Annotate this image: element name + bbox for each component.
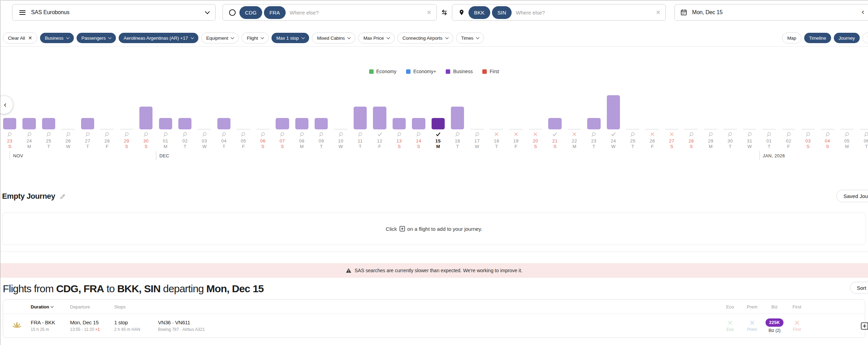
destination-airport-chip[interactable]: BKK	[468, 6, 490, 19]
view-chip-map[interactable]: Map	[782, 32, 801, 43]
chart-day-column[interactable]: 03S	[798, 95, 818, 149]
column-header-eco[interactable]: Eco	[719, 304, 741, 309]
swap-airports-button[interactable]	[437, 5, 452, 20]
chart-day-column[interactable]: 31W	[740, 95, 759, 149]
chart-day-column[interactable]: 26W	[58, 95, 78, 149]
chevron-left-icon[interactable]: ‹	[862, 8, 864, 16]
chart-day-column[interactable]: 10W	[331, 95, 350, 149]
chart-day-column[interactable]: 01T	[759, 95, 779, 149]
destination-input-box[interactable]: BKKSIN ✕	[452, 4, 666, 21]
chart-day-column[interactable]: 29S	[117, 95, 136, 149]
chart-day-column[interactable]: 23T	[584, 95, 603, 149]
program-select[interactable]: SAS Eurobonus	[12, 4, 216, 21]
cell-flights: VN36 · VN611 Boeing 787 · Airbus A321	[158, 319, 719, 332]
baseline-segment	[100, 95, 114, 129]
chart-day-column[interactable]: 28S	[681, 95, 701, 149]
legend-swatch	[369, 69, 374, 74]
chart-day-column[interactable]: 19F	[506, 95, 525, 149]
cell-first[interactable]: First	[786, 320, 808, 332]
chart-day-column[interactable]: 13S	[389, 95, 409, 149]
chart-day-column[interactable]: 16T	[448, 95, 467, 149]
filter-chip-max-price[interactable]: Max Price	[358, 32, 394, 43]
filter-chip-flight[interactable]: Flight	[241, 32, 268, 43]
filter-chip-passengers[interactable]: Passengers	[77, 33, 116, 43]
filter-chip-clear-all[interactable]: Clear All✕	[3, 32, 37, 43]
baseline-segment	[120, 95, 133, 129]
close-icon[interactable]: ✕	[656, 9, 661, 16]
day-number: 05	[844, 138, 849, 144]
cell-prem[interactable]: Prem	[741, 320, 763, 332]
chart-day-column[interactable]: 02T	[175, 95, 195, 149]
chart-day-column[interactable]: 29M	[701, 95, 720, 149]
chart-day-column[interactable]: 17W	[467, 95, 487, 149]
chart-day-column[interactable]: 12F	[370, 95, 389, 149]
filter-chip-times[interactable]: Times	[456, 32, 484, 43]
origin-airport-chip[interactable]: FRA	[264, 6, 286, 19]
chart-day-column[interactable]: 09T	[312, 95, 331, 149]
filter-chip-connecting-airports[interactable]: Connecting Airports	[397, 32, 453, 43]
filter-chip-max-1-stop[interactable]: Max 1 stop	[272, 33, 309, 43]
chart-day-column[interactable]: 14S	[409, 95, 428, 149]
origin-search-input[interactable]	[289, 9, 427, 16]
chart-day-column[interactable]: 02F	[779, 95, 798, 149]
filter-chip-mixed-cabins[interactable]: Mixed Cabins	[312, 32, 356, 43]
chart-day-column[interactable]: 18T	[487, 95, 506, 149]
chart-day-column[interactable]: 27T	[78, 95, 97, 149]
view-chip-timeline[interactable]: Timeline	[804, 33, 831, 43]
column-header-first[interactable]: First	[786, 304, 808, 309]
day-number: 19	[513, 138, 519, 144]
view-chip-tr[interactable]: Tr	[862, 32, 868, 43]
chart-day-column[interactable]: 30S	[136, 95, 156, 149]
chart-day-column[interactable]: 27S	[662, 95, 681, 149]
chart-day-column[interactable]: 03W	[195, 95, 214, 149]
date-picker[interactable]: Mon, Dec 15 ‹	[674, 4, 868, 21]
chart-day-column[interactable]: 04T	[214, 95, 234, 149]
chart-day-column[interactable]: 28F	[97, 95, 117, 149]
column-header-duration[interactable]: Duration	[31, 304, 70, 309]
column-header-stops[interactable]: Stops	[114, 304, 158, 309]
chart-day-column[interactable]: 26F	[642, 95, 662, 149]
filter-chip-equipment[interactable]: Equipment	[201, 32, 239, 43]
check-icon	[611, 132, 616, 137]
chart-day-column[interactable]: 04S	[818, 95, 837, 149]
chart-day-column[interactable]: 24M	[19, 95, 39, 149]
chart-day-column[interactable]: 30T	[720, 95, 740, 149]
chart-day-column[interactable]: 25T	[39, 95, 58, 149]
chart-day-column[interactable]: 21S	[545, 95, 564, 149]
column-header-biz[interactable]: Biz	[763, 304, 786, 309]
chart-day-column[interactable]: 05F	[234, 95, 253, 149]
add-square-icon[interactable]	[861, 322, 868, 330]
chart-day-column[interactable]: 08M	[292, 95, 312, 149]
day-number: 16	[455, 138, 460, 144]
close-icon[interactable]: ✕	[427, 9, 432, 16]
saved-journeys-button[interactable]: Saved Journ	[836, 190, 868, 202]
chart-day-column[interactable]: 06S	[253, 95, 273, 149]
chart-day-column[interactable]: 06T	[857, 95, 868, 149]
chart-day-column[interactable]: 07S	[273, 95, 292, 149]
pencil-icon[interactable]	[60, 194, 66, 199]
destination-airport-chip[interactable]: SIN	[492, 6, 512, 19]
column-header-departure[interactable]: Departure	[70, 304, 114, 309]
chart-day-column[interactable]: 20S	[526, 95, 545, 149]
flight-row[interactable]: FRA - BKK 15 h 25 m Mon, Dec 15 13:55 - …	[3, 314, 865, 337]
x-icon	[494, 132, 499, 137]
filter-chip-aerolineas-argentinas-ar-17[interactable]: Aerolineas Argentinas (AR) +17	[119, 33, 198, 43]
filter-chip-business[interactable]: Business	[40, 33, 74, 43]
chart-day-column[interactable]: 05M	[837, 95, 857, 149]
column-header-prem[interactable]: Prem	[741, 304, 763, 309]
chart-day-column[interactable]: 25T	[623, 95, 642, 149]
cell-eco[interactable]: Eco	[719, 320, 741, 332]
chart-day-column[interactable]: 01M	[156, 95, 175, 149]
sort-button[interactable]: Sort	[850, 282, 868, 294]
origin-input-box[interactable]: CDGFRA ✕	[223, 4, 437, 21]
chart-day-column[interactable]: 11T	[351, 95, 370, 149]
origin-airport-chip[interactable]: CDG	[239, 6, 262, 19]
destination-search-input[interactable]	[515, 9, 656, 16]
baseline-segment	[684, 95, 698, 129]
chart-day-column[interactable]: 24W	[604, 95, 623, 149]
day-number: 18	[494, 138, 499, 144]
chart-day-column[interactable]: 15M	[428, 95, 448, 149]
view-chip-journey[interactable]: Journey	[834, 33, 860, 43]
cell-biz[interactable]: 225K Biz (2)	[763, 318, 786, 333]
chart-day-column[interactable]: 22M	[565, 95, 584, 149]
